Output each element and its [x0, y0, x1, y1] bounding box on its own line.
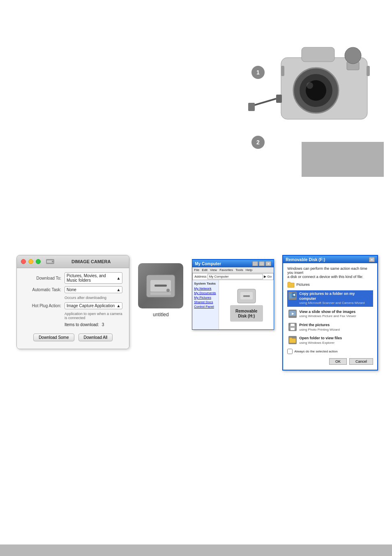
svg-rect-1: [302, 47, 334, 62]
view-slideshow-text: View a slide show of the images using Wi…: [299, 310, 356, 319]
hot-plug-value: Image Capture Application: [67, 303, 115, 308]
svg-rect-12: [281, 66, 284, 76]
download-to-row: Download To: Pictures, Movies, and Music…: [23, 272, 122, 284]
svg-point-15: [52, 261, 53, 262]
screenshots-area: DIMAGE CAMERA Download To: Pictures, Mov…: [16, 255, 378, 371]
cancel-button[interactable]: Cancel: [349, 358, 373, 365]
svg-rect-31: [291, 328, 295, 330]
folder-row: Pictures: [287, 281, 373, 288]
win-rem-close-btn[interactable]: ×: [369, 257, 375, 262]
removable-disk-label: RemovableDisk (H:): [230, 305, 263, 322]
disk-svg: [144, 273, 177, 299]
win-rem-title: Removable Disk (F:): [286, 257, 325, 262]
download-to-label: Download To:: [23, 276, 65, 280]
automatic-task-hint: Occurs after downloading: [65, 296, 122, 300]
win-mycomp-dialog: My Computer _ □ × File Edit View Favorit…: [192, 259, 274, 330]
minimize-traffic-light[interactable]: [28, 259, 33, 264]
svg-rect-20: [150, 292, 171, 295]
win-menubar: File Edit View Favorites Tools Help: [192, 267, 274, 273]
download-all-button[interactable]: Download All: [78, 334, 113, 341]
open-folder-text: Open folder to view files using Windows …: [299, 336, 342, 345]
sidebar-link-control[interactable]: Control Panel: [194, 305, 217, 308]
print-pictures-text: Print the pictures using Photo Printing …: [299, 323, 340, 332]
removable-disk-icon: [236, 288, 257, 304]
disk-icon[interactable]: [138, 263, 183, 308]
svg-point-5: [307, 82, 313, 89]
win-close-btn[interactable]: ×: [265, 261, 271, 266]
hot-plug-row: Hot Plug Action: Image Capture Applicati…: [23, 302, 122, 309]
always-do-row: Always do the selected action: [287, 349, 373, 354]
hot-plug-select[interactable]: Image Capture Application ▲: [65, 302, 122, 309]
copy-pictures-icon: [288, 292, 297, 300]
win-rem-controls: ×: [369, 257, 375, 262]
option-copy-pictures[interactable]: Copy pictures to a folder on my computer…: [287, 290, 373, 307]
win-minimize-btn[interactable]: _: [252, 261, 258, 266]
svg-rect-23: [243, 295, 250, 297]
sidebar-link-shared[interactable]: Shared Docs: [194, 300, 217, 304]
download-some-button[interactable]: Download Some: [33, 334, 74, 341]
win-rem-buttons: OK Cancel: [287, 357, 373, 366]
sidebar-link-pictures[interactable]: My Pictures: [194, 296, 217, 299]
bottom-bar: [0, 544, 392, 556]
download-to-select[interactable]: Pictures, Movies, and Music folders ▲: [65, 272, 122, 284]
win-maximize-btn[interactable]: □: [259, 261, 265, 266]
win-title: My Computer: [195, 262, 221, 266]
always-do-checkbox[interactable]: [287, 349, 293, 354]
ok-button[interactable]: OK: [329, 358, 347, 365]
always-do-label[interactable]: Always do the selected action: [294, 350, 337, 353]
items-count-value: 3: [102, 322, 104, 327]
win-address-bar: Address My Computer ▶ Go: [192, 273, 274, 280]
sidebar-link-network[interactable]: My Network: [194, 287, 217, 290]
slideshow-icon: [288, 310, 297, 318]
dimage-camera-dialog: DIMAGE CAMERA Download To: Pictures, Mov…: [16, 255, 129, 349]
items-count-row: Items to download: 3: [65, 322, 122, 327]
win-body: System Tasks My Network My Documents My …: [192, 280, 274, 329]
svg-rect-18: [154, 285, 167, 287]
automatic-task-select[interactable]: None ▲: [65, 286, 122, 293]
open-folder-icon: [288, 336, 297, 344]
camera-illustration-area: 1 2: [248, 25, 384, 177]
download-to-value: Pictures, Movies, and Music folders: [67, 273, 117, 283]
dimage-title: DIMAGE CAMERA: [57, 259, 125, 264]
drive-icon: [46, 258, 55, 265]
hot-plug-hint: Application to open when a camera is con…: [65, 312, 122, 320]
svg-point-19: [166, 289, 170, 292]
win-main-area: RemovableDisk (H:): [219, 280, 274, 329]
win-rem-heading: Windows can perform the same action each…: [287, 266, 373, 279]
svg-rect-10: [248, 103, 255, 111]
automatic-task-value: None: [67, 287, 76, 292]
option-print-pictures[interactable]: Print the pictures using Photo Printing …: [287, 322, 373, 333]
svg-rect-8: [276, 95, 282, 103]
automatic-task-label: Automatic Task:: [23, 287, 65, 292]
close-traffic-light[interactable]: [21, 259, 26, 264]
svg-point-7: [345, 47, 361, 64]
win-rem-body: Windows can perform the same action each…: [283, 263, 377, 370]
win-titlebar: My Computer _ □ ×: [192, 260, 274, 267]
dimage-titlebar: DIMAGE CAMERA: [17, 255, 129, 268]
my-computer-window: My Computer _ □ × File Edit View Favorit…: [192, 259, 274, 330]
step-circle-2: 2: [251, 136, 265, 149]
copy-pictures-text: Copy pictures to a folder on my computer…: [299, 292, 372, 306]
win-controls: _ □ ×: [252, 261, 271, 266]
option-view-slideshow[interactable]: View a slide show of the images using Wi…: [287, 308, 373, 320]
disk-icon-area: untitled: [138, 263, 184, 317]
svg-rect-30: [291, 324, 295, 326]
removable-disk-dialog: Removable Disk (F:) × Windows can perfor…: [282, 255, 378, 371]
win-rem-titlebar: Removable Disk (F:) ×: [283, 256, 377, 263]
win-sidebar: System Tasks My Network My Documents My …: [192, 280, 219, 329]
step-circle-1: 1: [251, 66, 265, 79]
folder-icon: [287, 281, 295, 288]
svg-rect-11: [367, 66, 370, 76]
sidebar-link-documents[interactable]: My Documents: [194, 291, 217, 295]
dimage-body: Download To: Pictures, Movies, and Music…: [17, 268, 129, 349]
gray-rectangle: [302, 142, 384, 177]
hot-plug-label: Hot Plug Action:: [23, 303, 65, 308]
disk-label: untitled: [153, 312, 169, 317]
automatic-task-row: Automatic Task: None ▲: [23, 286, 122, 293]
maximize-traffic-light[interactable]: [36, 259, 41, 264]
option-open-folder[interactable]: Open folder to view files using Windows …: [287, 335, 373, 346]
folder-label: Pictures: [296, 283, 310, 287]
dimage-buttons: Download Some Download All: [23, 330, 122, 345]
page-content: 1 2: [0, 0, 392, 556]
print-icon: [288, 323, 297, 331]
